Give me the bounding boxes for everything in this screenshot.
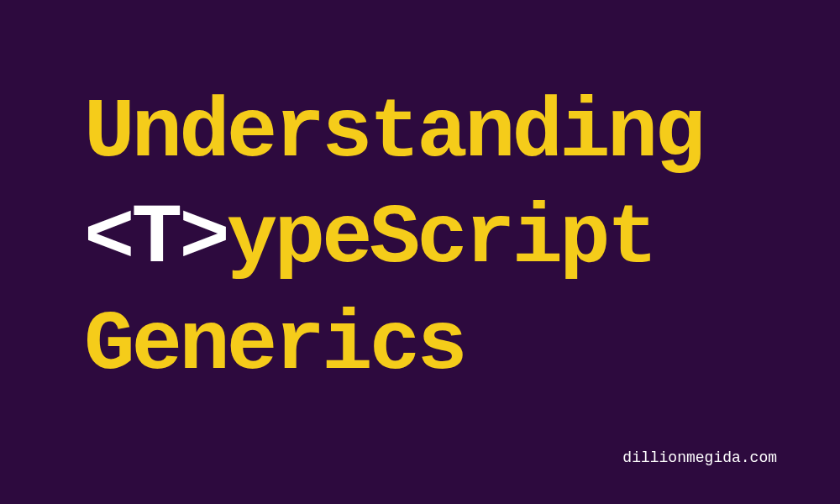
footer-url: dillionmegida.com xyxy=(622,449,777,466)
generic-tag: <T> xyxy=(84,191,227,286)
title-line-1: Understanding xyxy=(84,80,702,186)
title-line-3: Generics xyxy=(84,292,702,398)
title-line-2-rest: ypeScript xyxy=(227,191,655,286)
title-line-2: <T>ypeScript xyxy=(84,186,702,291)
title-block: Understanding <T>ypeScript Generics xyxy=(84,80,702,398)
